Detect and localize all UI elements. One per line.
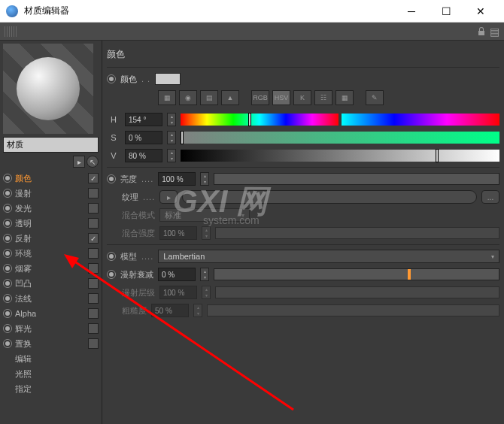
spinner[interactable]: ▴▾	[200, 268, 209, 281]
channel-checkbox[interactable]: ✓	[88, 173, 99, 183]
channel-color[interactable]: 颜色✓	[0, 171, 102, 186]
diffuse-level-row: 漫射层级 100 % ▴▾	[107, 284, 499, 301]
diffuse-level-slider[interactable]	[215, 286, 499, 298]
chevron-down-icon: ▾	[241, 212, 244, 219]
diffuse-level-input[interactable]: 100 %	[159, 286, 197, 299]
hue-slider-1[interactable]	[181, 114, 339, 126]
channel-checkbox[interactable]	[88, 203, 99, 214]
channel-checkbox[interactable]	[88, 263, 99, 274]
brightness-input[interactable]: 100 %	[158, 172, 196, 186]
lock-icon[interactable]	[476, 26, 487, 37]
roughness-input[interactable]: 50 %	[151, 304, 189, 317]
channel-transparency[interactable]: 透明	[0, 216, 102, 231]
k-button[interactable]: K	[293, 90, 311, 105]
image-icon[interactable]: ▲	[221, 90, 239, 105]
maximize-button[interactable]: ☐	[429, 0, 463, 23]
channel-label: 辉光	[15, 323, 85, 335]
nav-pick-button[interactable]: ↖	[87, 156, 99, 168]
eyedropper-icon[interactable]: ✎	[366, 90, 384, 105]
channel-label: 发光	[15, 203, 85, 214]
channel-checkbox[interactable]: ✓	[88, 233, 99, 244]
channel-assign[interactable]: 指定	[0, 381, 102, 396]
channel-displacement[interactable]: 置换	[0, 336, 102, 351]
model-dropdown[interactable]: Lambertian▾	[158, 250, 499, 263]
radio-icon[interactable]	[3, 279, 12, 288]
texture-browse-button[interactable]: ...	[481, 190, 499, 204]
radio-icon[interactable]	[3, 174, 12, 183]
spinner[interactable]: ▴▾	[193, 304, 202, 317]
radio-icon[interactable]	[107, 270, 116, 279]
grid-icon[interactable]: ▦	[158, 90, 176, 105]
blend-strength-slider[interactable]	[215, 227, 499, 239]
channel-checkbox[interactable]	[88, 308, 99, 319]
channel-edit[interactable]: 编辑	[0, 351, 102, 366]
s-input[interactable]: 0 %	[125, 131, 162, 144]
texture-arrow-button[interactable]: ▸	[159, 190, 178, 204]
mixer-icon[interactable]: ☷	[314, 90, 332, 105]
radio-icon[interactable]	[3, 249, 12, 258]
channel-label: 光照	[15, 368, 99, 380]
channel-checkbox[interactable]	[88, 218, 99, 229]
h-input[interactable]: 154 °	[125, 113, 162, 126]
channel-normal[interactable]: 法线	[0, 291, 102, 306]
dots: ....	[143, 192, 155, 201]
radio-icon[interactable]	[3, 309, 12, 318]
close-button[interactable]: ✕	[463, 0, 498, 23]
nav-next-button[interactable]: ▸	[73, 156, 85, 168]
radio-icon[interactable]	[3, 204, 12, 213]
wheel-icon[interactable]: ◉	[179, 90, 197, 105]
channel-checkbox[interactable]	[88, 293, 99, 304]
brightness-slider[interactable]	[214, 173, 499, 185]
radio-icon[interactable]	[3, 294, 12, 303]
radio-icon[interactable]	[107, 74, 116, 83]
channel-glow[interactable]: 辉光	[0, 321, 102, 336]
channel-checkbox[interactable]	[88, 278, 99, 289]
spinner[interactable]: ▴▾	[202, 286, 211, 299]
channel-checkbox[interactable]	[88, 248, 99, 259]
channel-checkbox[interactable]	[88, 338, 99, 349]
v-input[interactable]: 80 %	[125, 149, 162, 162]
material-preview[interactable]	[3, 44, 93, 134]
radio-icon[interactable]	[3, 339, 12, 348]
swatch-icon[interactable]: ▦	[335, 90, 354, 105]
channel-illumination[interactable]: 光照	[0, 366, 102, 381]
hue-slider-2[interactable]	[342, 114, 499, 126]
radio-icon[interactable]	[3, 234, 12, 243]
radio-icon[interactable]	[107, 252, 116, 261]
spinner[interactable]: ▴▾	[167, 149, 176, 162]
spinner[interactable]: ▴▾	[200, 172, 209, 186]
spinner[interactable]: ▴▾	[167, 131, 176, 144]
channel-checkbox[interactable]	[88, 188, 99, 198]
radio-icon[interactable]	[3, 264, 12, 273]
blend-strength-input[interactable]: 100 %	[159, 226, 197, 240]
channel-luminance[interactable]: 发光	[0, 201, 102, 216]
val-slider[interactable]	[181, 150, 499, 162]
channel-fog[interactable]: 烟雾	[0, 261, 102, 276]
roughness-slider[interactable]	[207, 304, 499, 316]
spinner[interactable]: ▴▾	[202, 226, 211, 240]
channel-alpha[interactable]: Alpha	[0, 306, 102, 321]
blend-mode-dropdown[interactable]: 标准▾	[159, 208, 250, 222]
channel-environment[interactable]: 环境	[0, 246, 102, 261]
menu-icon[interactable]: ▤	[490, 26, 499, 38]
channel-diffuse[interactable]: 漫射	[0, 186, 102, 201]
rgb-button[interactable]: RGB	[251, 90, 269, 105]
spinner[interactable]: ▴▾	[167, 113, 176, 126]
channel-checkbox[interactable]	[88, 323, 99, 334]
model-label: 模型	[120, 251, 137, 262]
sat-slider[interactable]	[181, 132, 499, 144]
color-swatch[interactable]	[155, 73, 181, 85]
hsv-button[interactable]: HSV	[272, 90, 290, 105]
radio-icon[interactable]	[3, 324, 12, 333]
texture-field[interactable]	[182, 190, 477, 204]
falloff-slider[interactable]	[214, 268, 499, 280]
falloff-input[interactable]: 0 %	[158, 268, 196, 281]
channel-reflection[interactable]: 反射✓	[0, 231, 102, 246]
spectrum-icon[interactable]: ▤	[200, 90, 218, 105]
material-name-input[interactable]: 材质	[3, 137, 99, 153]
radio-icon[interactable]	[3, 219, 12, 228]
radio-icon[interactable]	[107, 174, 116, 183]
minimize-button[interactable]: ─	[394, 0, 429, 23]
radio-icon[interactable]	[3, 189, 12, 198]
channel-bump[interactable]: 凹凸	[0, 276, 102, 291]
